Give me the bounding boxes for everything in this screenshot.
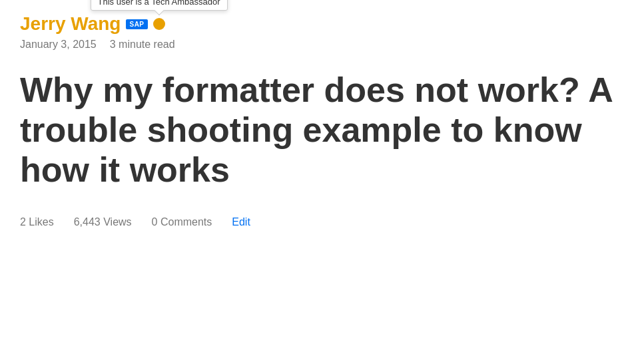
article-title: Why my formatter does not work? A troubl… [20,71,619,190]
meta-section: January 3, 2015 3 minute read [20,39,624,51]
views-count: 6,443 Views [74,216,132,228]
ambassador-badge-wrapper[interactable]: This user is a Tech Ambassador [153,18,165,30]
author-section: Jerry Wang SAP This user is a Tech Ambas… [20,13,624,35]
publish-date: January 3, 2015 [20,39,97,51]
likes-count: 2 Likes [20,216,54,228]
edit-link[interactable]: Edit [232,216,250,228]
ambassador-tooltip: This user is a Tech Ambassador [91,0,228,11]
sap-badge: SAP [126,19,147,29]
stats-section: 2 Likes 6,443 Views 0 Comments Edit [20,216,624,228]
read-time: 3 minute read [110,39,175,51]
author-name[interactable]: Jerry Wang [20,13,121,35]
comments-count: 0 Comments [152,216,212,228]
ambassador-dot[interactable] [153,18,165,30]
